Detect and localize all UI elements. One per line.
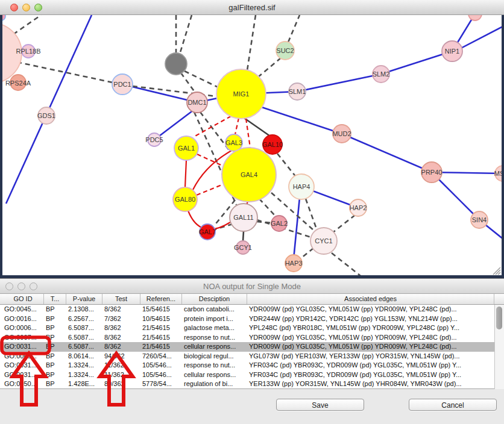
table-body[interactable]: GO:0045...BP2.1308...8/36215/54615carbon… [0,305,504,389]
cell[interactable]: GO:0016... [2,314,44,324]
cell[interactable]: biological regul... [182,352,247,361]
resize-grip-icon[interactable] [493,267,500,275]
cell[interactable]: 8/362 [102,333,140,343]
cell[interactable]: 21/54615 [140,333,182,343]
cell[interactable]: protein import i... [182,314,247,324]
cell[interactable]: 105/546... [140,370,182,380]
edge [342,134,432,172]
cell[interactable]: 6.5087... [66,342,102,352]
cell[interactable]: cellular respons... [182,342,247,352]
cell[interactable]: 21/54615 [140,342,182,352]
table-row[interactable]: GO:0065...BP8.0614...94/3627260/54...bio… [0,352,494,361]
cell[interactable]: 15/54615 [140,305,182,314]
column-header-Test[interactable]: Test [102,294,140,304]
cell[interactable]: YGL073W (pd) YER103W, YER133W (pp) YOR31… [247,352,494,361]
cell[interactable]: response to nut... [182,333,247,343]
cell[interactable]: 21/54615 [140,323,182,333]
cell[interactable]: GO:0031... [2,361,44,370]
cell[interactable]: 11/362 [102,361,140,370]
cell[interactable]: response to nut... [182,361,247,370]
column-header-Desciption[interactable]: Desciption [182,294,247,304]
table-row[interactable]: GO:0031...BP1.3324...11/362105/546...res… [0,361,494,370]
cell[interactable]: 8/362 [102,305,140,314]
cell[interactable]: GO:0045... [2,305,44,314]
cell[interactable]: carbon cataboli... [182,305,247,314]
cell[interactable]: 5778/54... [140,379,182,389]
node-label: GAL1 [178,145,195,152]
cell[interactable]: 8/362 [102,342,140,352]
cell[interactable]: BP [44,352,66,361]
node-gray-node[interactable] [165,53,187,75]
node-label: HAP2 [350,204,367,211]
cell[interactable]: cellular respons... [182,370,247,380]
cell[interactable]: 1.3324... [66,361,102,370]
cell[interactable]: BP [44,342,66,352]
cell[interactable]: BP [44,333,66,343]
edge [13,15,41,34]
cell[interactable]: BP [44,379,66,389]
column-header-Referen...[interactable]: Referen... [140,294,182,304]
cell[interactable]: BP [44,370,66,380]
cell[interactable]: BP [44,305,66,314]
cell[interactable]: GO:0031... [2,342,44,352]
cell[interactable]: BP [44,323,66,333]
table-row[interactable]: GO:0045...BP2.1308...8/36215/54615carbon… [0,305,494,314]
cell[interactable]: 10/54615 [140,314,182,324]
cell[interactable]: 2.1308... [66,305,102,314]
scrollbar-thumb[interactable] [496,307,502,329]
table-row[interactable]: GO:0016...BP6.2567...7/36210/54615protei… [0,314,494,324]
cell[interactable]: YFR034C (pd) YBR093C, YDR009W (pd) YGL03… [247,361,494,370]
column-header-spacer[interactable] [494,294,504,304]
cell[interactable]: 6.5087... [66,333,102,343]
column-header-P-value[interactable]: P-value [66,294,102,304]
cell[interactable]: YDR009W (pd) YGL035C, YML051W (pp) YDR00… [247,333,494,343]
network-canvas[interactable]: RPL18BRPS24AGDS1PDC1DMC1MIG1PDC5SUC2SLM1… [0,15,504,278]
column-header-Associated edges[interactable]: Associated edges [247,294,494,304]
cell[interactable]: BP [44,314,66,324]
cell[interactable]: BP [44,361,66,370]
cell[interactable]: 94/362 [102,352,140,361]
cell[interactable]: YPL248C (pd) YBR018C, YML051W (pp) YDR00… [247,323,494,333]
cell[interactable]: YDR009W (pd) YGL035C, YML051W (pp) YDR00… [247,342,494,352]
table-row[interactable]: GO:0050...BP1.428E...80/3625778/54...reg… [0,379,494,389]
cell[interactable]: 6.2567... [66,314,102,324]
node-top-right[interactable] [468,15,482,20]
cell[interactable]: GO:0031... [2,370,44,380]
column-header-T...[interactable]: T... [44,294,66,304]
cell[interactable]: 105/546... [140,361,182,370]
cell[interactable]: 8/362 [102,323,140,333]
node-corner[interactable] [2,15,5,20]
cell[interactable]: 80/362 [102,379,140,389]
save-button[interactable]: Save [276,399,364,411]
cell[interactable]: 7/362 [102,314,140,324]
cell[interactable]: GO:0050... [2,379,44,389]
cell[interactable]: 8.0614... [66,352,102,361]
table-scrollbar[interactable] [494,305,504,389]
cancel-button[interactable]: Cancel [409,399,497,411]
noa-titlebar[interactable]: NOA output for Single Mode [0,279,504,294]
table-row[interactable]: GO:0007...BP6.5087...8/36221/54615respon… [0,333,494,343]
cell[interactable]: regulation of bi... [182,379,247,389]
table-row[interactable]: GO:0031...BP6.5087...8/36221/54615cellul… [0,342,494,352]
cell[interactable]: 1.428E... [66,379,102,389]
cell[interactable]: 11/362 [102,370,140,380]
node-label: GAL4 [241,171,257,178]
cell[interactable]: 7260/54... [140,352,182,361]
edge [297,74,381,92]
cell[interactable]: GO:0006... [2,323,44,333]
cell[interactable]: GO:0007... [2,333,44,343]
cell[interactable]: 1.3324... [66,370,102,380]
column-header-GO ID[interactable]: GO ID [2,294,44,304]
network-window-titlebar[interactable]: galFiltered.sif [0,0,504,15]
cell[interactable]: galactose meta... [182,323,247,333]
edge [193,116,231,137]
cell[interactable]: YDR009W (pd) YGL035C, YML051W (pp) YDR00… [247,305,494,314]
cell[interactable]: YER133W (pp) YOR315W, YNL145W (pd) YHR08… [247,379,494,389]
cell[interactable]: GO:0065... [2,352,44,361]
table-row[interactable]: GO:0006...BP6.5087...8/36221/54615galact… [0,323,494,333]
cell[interactable]: YFR034C (pd) YBR093C, YDR009W (pd) YGL03… [247,370,494,380]
cell[interactable]: 6.5087... [66,323,102,333]
table-row[interactable]: GO:0031...BP1.3324...11/362105/546...cel… [0,370,494,380]
edge [288,15,300,42]
cell[interactable]: YDR244W (pp) YDR142C, YDR142C (pp) YGL15… [247,314,494,324]
